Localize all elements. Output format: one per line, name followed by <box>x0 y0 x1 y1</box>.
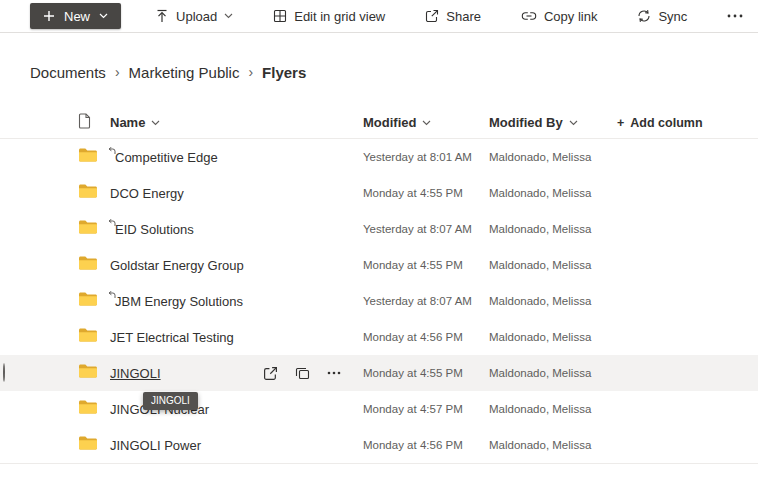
folder-icon <box>78 183 98 199</box>
chevron-down-icon <box>224 13 233 19</box>
modified-by-value: Maldonado, Melissa <box>489 403 617 415</box>
folder-icon <box>78 147 98 163</box>
upload-arrow-icon <box>155 9 169 23</box>
breadcrumb-documents[interactable]: Documents <box>30 64 106 81</box>
plus-icon: + <box>617 116 624 130</box>
table-row[interactable]: DCO Energy Monday at 4:55 PM Maldonado, … <box>0 175 758 211</box>
edit-grid-view-button[interactable]: Edit in grid view <box>273 9 385 24</box>
document-icon <box>78 113 91 129</box>
table-header-row: Name Modified Modified By + Add column <box>0 107 758 139</box>
document-library-page: New Upload Edit in grid view Share <box>0 0 758 482</box>
modified-value: Monday at 4:56 PM <box>363 439 489 451</box>
modified-value: Monday at 4:57 PM <box>363 403 489 415</box>
sync-label: Sync <box>658 9 687 24</box>
ellipsis-icon[interactable] <box>327 371 341 375</box>
share-icon <box>425 9 439 23</box>
file-list: Competitive Edge Yesterday at 8:01 AM Ma… <box>0 139 758 464</box>
folder-icon <box>78 291 98 307</box>
modified-value: Monday at 4:55 PM <box>363 259 489 271</box>
file-name[interactable]: JINGOLI <box>110 366 161 381</box>
table-row[interactable]: JET Electrical Testing Monday at 4:56 PM… <box>0 319 758 355</box>
modified-value: Monday at 4:55 PM <box>363 187 489 199</box>
modified-by-value: Maldonado, Melissa <box>489 151 617 163</box>
modified-by-value: Maldonado, Melissa <box>489 259 617 271</box>
file-name[interactable]: JET Electrical Testing <box>110 330 234 345</box>
more-commands-button[interactable] <box>727 14 743 18</box>
modified-by-value: Maldonado, Melissa <box>489 367 617 379</box>
sync-button[interactable]: Sync <box>637 9 687 24</box>
chevron-down-icon <box>422 120 431 126</box>
share-label: Share <box>446 9 481 24</box>
modified-by-value: Maldonado, Melissa <box>489 331 617 343</box>
folder-icon <box>78 399 98 415</box>
breadcrumb-separator: › <box>115 64 120 80</box>
table-row[interactable]: JINGOLI Nuclear Monday at 4:57 PM Maldon… <box>0 391 758 427</box>
table-row[interactable]: JINGOLI Power Monday at 4:56 PM Maldonad… <box>0 427 758 463</box>
breadcrumb-marketing-public[interactable]: Marketing Public <box>129 64 240 81</box>
modified-by-value: Maldonado, Melissa <box>489 439 617 451</box>
chevron-down-icon <box>569 120 578 126</box>
chevron-down-icon <box>151 120 160 126</box>
copy-icon[interactable] <box>295 366 310 381</box>
modified-value: Yesterday at 8:07 AM <box>363 223 489 235</box>
folder-icon <box>78 255 98 271</box>
folder-icon <box>78 363 98 379</box>
file-name[interactable]: EID Solutions <box>115 222 194 237</box>
column-header-name[interactable]: Name <box>110 115 363 130</box>
link-icon <box>521 10 537 22</box>
grid-icon <box>273 9 287 23</box>
radio-circle-icon[interactable] <box>3 363 5 382</box>
upload-button[interactable]: Upload <box>155 9 233 24</box>
modified-value: Monday at 4:56 PM <box>363 331 489 343</box>
share-icon[interactable] <box>263 366 278 381</box>
new-button-label: New <box>64 9 90 24</box>
copy-link-button[interactable]: Copy link <box>521 9 597 24</box>
share-button[interactable]: Share <box>425 9 481 24</box>
column-header-modified[interactable]: Modified <box>363 115 489 130</box>
folder-icon <box>78 435 98 451</box>
file-name[interactable]: JBM Energy Solutions <box>115 294 243 309</box>
edit-grid-view-label: Edit in grid view <box>294 9 385 24</box>
column-header-modified-by[interactable]: Modified By <box>489 115 617 130</box>
modified-by-value: Maldonado, Melissa <box>489 187 617 199</box>
modified-value: Monday at 4:55 PM <box>363 367 489 379</box>
upload-label: Upload <box>176 9 217 24</box>
file-name[interactable]: Goldstar Energy Group <box>110 258 244 273</box>
file-name[interactable]: JINGOLI Power <box>110 438 201 453</box>
add-column-button[interactable]: + Add column <box>617 116 758 130</box>
table-row[interactable]: JBM Energy Solutions Yesterday at 8:07 A… <box>0 283 758 319</box>
row-select[interactable] <box>0 364 35 382</box>
command-bar: New Upload Edit in grid view Share <box>0 0 758 33</box>
row-hover-actions <box>263 366 363 381</box>
folder-icon <box>78 219 98 235</box>
breadcrumb: Documents › Marketing Public › Flyers <box>30 61 758 83</box>
file-name[interactable]: DCO Energy <box>110 186 184 201</box>
tooltip: JINGOLI <box>143 392 198 410</box>
table-row[interactable]: Competitive Edge Yesterday at 8:01 AM Ma… <box>0 139 758 175</box>
copy-link-label: Copy link <box>544 9 597 24</box>
breadcrumb-separator: › <box>248 64 253 80</box>
table-row[interactable]: Goldstar Energy Group Monday at 4:55 PM … <box>0 247 758 283</box>
new-button[interactable]: New <box>30 3 121 29</box>
modified-value: Yesterday at 8:07 AM <box>363 295 489 307</box>
sync-icon <box>637 9 651 23</box>
table-row-hovered[interactable]: JINGOLI Monday at 4:55 PM Maldonado, Mel… <box>0 355 758 391</box>
folder-icon <box>78 327 98 343</box>
table-row[interactable]: EID Solutions Yesterday at 8:07 AM Maldo… <box>0 211 758 247</box>
modified-by-value: Maldonado, Melissa <box>489 295 617 307</box>
plus-icon <box>43 10 55 22</box>
chevron-down-icon <box>99 13 108 19</box>
modified-value: Yesterday at 8:01 AM <box>363 151 489 163</box>
ellipsis-icon <box>727 14 743 18</box>
file-name[interactable]: Competitive Edge <box>115 150 218 165</box>
modified-by-value: Maldonado, Melissa <box>489 223 617 235</box>
breadcrumb-flyers-current: Flyers <box>262 64 306 81</box>
